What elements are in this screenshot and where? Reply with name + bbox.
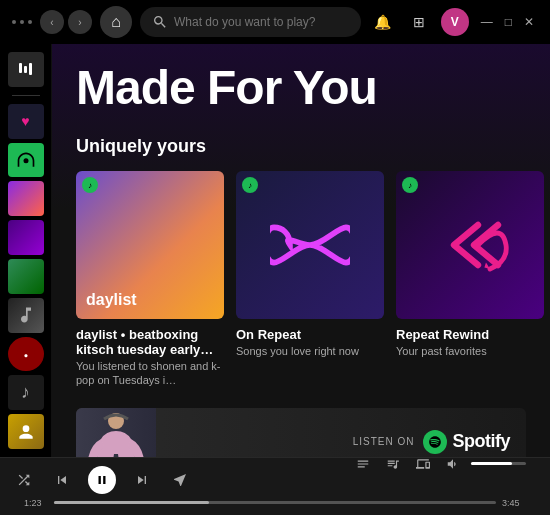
spotify-full-logo: Spotify [423,430,511,454]
spotify-banner[interactable]: LISTEN ON Spotify [76,408,526,457]
repeat-rewind-card-desc: Your past favorites [396,344,544,358]
spotify-logo-daylist: ♪ [82,177,98,193]
time-current: 1:23 [24,498,48,508]
cards-row: daylist ♪ daylist • beatboxing kitsch tu… [76,171,526,388]
woman-figure [86,409,146,457]
top-right-icons: 🔔 ⊞ V — □ ✕ [369,8,538,36]
home-button[interactable]: ⌂ [100,6,132,38]
page-title: Made For You [76,64,526,112]
bottom-bar: 1:23 3:45 [0,457,550,515]
sidebar-liked-songs[interactable]: ♥ [8,104,44,139]
maximize-button[interactable]: □ [501,15,516,29]
sidebar-playlist-2[interactable] [8,220,44,255]
svg-text:●: ● [23,351,27,360]
shuffle-button[interactable] [12,468,36,492]
sidebar-playlist-4[interactable] [8,298,44,333]
daylist-card-name: daylist • beatboxing kitsch tuesday earl… [76,327,224,357]
daylist-card-desc: You listened to shonen and k-pop on Tues… [76,359,224,388]
rewind-arrows-symbol [430,210,510,280]
devices-player-icon[interactable] [411,452,435,476]
right-controls [351,452,526,476]
minimize-button[interactable]: — [477,15,497,29]
top-bar: ‹ › ⌂ 🔔 ⊞ V — □ ✕ [0,0,550,44]
spotify-logo-repeat-rewind: ♪ [402,177,418,193]
daylist-card-image: daylist ♪ [76,171,224,319]
bottom-controls-row [12,466,538,494]
sidebar: ♥ ● ♪ [0,44,52,457]
sidebar-music-note[interactable]: ♪ [8,375,44,410]
window-controls: — □ ✕ [477,15,538,29]
layout: ♥ ● ♪ Made For You Uniquely yours daylis… [0,44,550,457]
banner-woman-image [76,408,156,457]
nav-arrows: ‹ › [40,10,92,34]
on-repeat-card[interactable]: ♪ On Repeat Songs you love right now [236,171,384,388]
sidebar-playlist-3[interactable] [8,259,44,294]
progress-bar[interactable] [54,501,496,504]
progress-section: 1:23 3:45 [12,498,538,508]
volume-fill [471,462,512,465]
sidebar-playlist-1[interactable] [8,181,44,216]
spotify-circle-logo [423,430,447,454]
svg-point-3 [22,425,29,432]
on-repeat-card-name: On Repeat [236,327,384,342]
section-title: Uniquely yours [76,136,526,157]
banner-text: LISTEN ON Spotify [156,430,526,454]
next-button[interactable] [130,468,154,492]
spotify-wordmark: Spotify [453,431,511,452]
lyrics-icon[interactable] [351,452,375,476]
back-button[interactable]: ‹ [40,10,64,34]
volume-icon[interactable] [441,452,465,476]
sidebar-library-icon[interactable] [8,52,44,87]
notification-icon[interactable]: 🔔 [369,8,397,36]
sidebar-divider [12,95,40,96]
svg-point-0 [23,158,28,163]
progress-fill [54,501,209,504]
avatar[interactable]: V [441,8,469,36]
close-button[interactable]: ✕ [520,15,538,29]
search-icon [152,14,168,30]
volume-bar[interactable] [471,462,526,465]
devices-icon[interactable]: ⊞ [405,8,433,36]
queue-button[interactable] [168,468,192,492]
play-pause-button[interactable] [88,466,116,494]
search-input[interactable] [174,15,349,29]
menu-dots[interactable] [12,20,32,24]
repeat-rewind-card-name: Repeat Rewind [396,327,544,342]
spotify-logo-on-repeat: ♪ [242,177,258,193]
previous-button[interactable] [50,468,74,492]
time-total: 3:45 [502,498,526,508]
sidebar-podcast[interactable] [8,143,44,178]
infinity-symbol [270,205,350,285]
repeat-rewind-card-image: ♪ [396,171,544,319]
svg-marker-4 [484,263,490,269]
forward-button[interactable]: › [68,10,92,34]
daylist-card[interactable]: daylist ♪ daylist • beatboxing kitsch tu… [76,171,224,388]
on-repeat-card-image: ♪ [236,171,384,319]
sidebar-artist[interactable] [8,414,44,449]
sidebar-playlist-5[interactable]: ● [8,337,44,372]
main-content: Made For You Uniquely yours daylist ♪ da… [52,44,550,457]
playback-controls [12,466,192,494]
listen-on-text: LISTEN ON [353,436,415,447]
search-bar[interactable] [140,7,361,37]
on-repeat-card-desc: Songs you love right now [236,344,384,358]
daylist-label: daylist [86,291,137,309]
queue-list-icon[interactable] [381,452,405,476]
repeat-rewind-card[interactable]: ♪ Repeat Rewind Your past favorites [396,171,544,388]
